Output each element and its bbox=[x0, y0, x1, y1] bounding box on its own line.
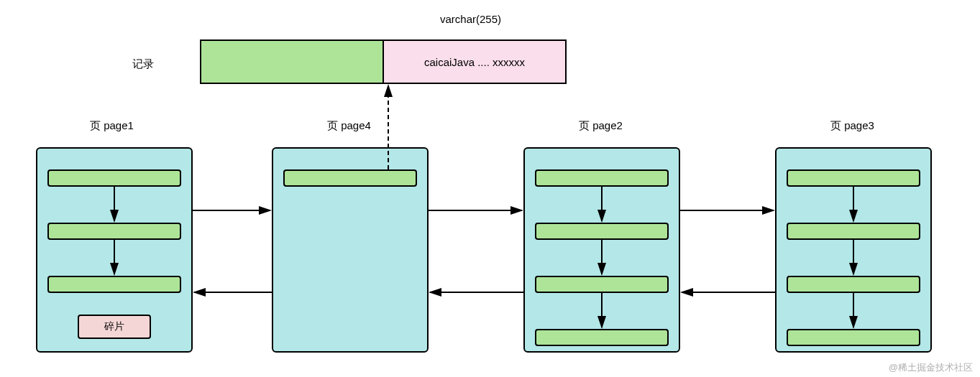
page3-title: 页 page3 bbox=[830, 119, 874, 133]
page2-slot-1 bbox=[535, 169, 669, 187]
record-block-right: caicaiJava .... xxxxxx bbox=[383, 39, 567, 84]
page3-slot-1 bbox=[787, 169, 920, 187]
record-value-text: caicaiJava .... xxxxxx bbox=[424, 56, 525, 68]
page1-title: 页 page1 bbox=[90, 119, 134, 133]
page1-slot-2 bbox=[47, 223, 181, 240]
page1-fragment-label: 碎片 bbox=[104, 320, 124, 333]
page2-slot-3 bbox=[535, 276, 669, 293]
page3-slot-3 bbox=[787, 276, 920, 293]
page4-slot-1 bbox=[283, 169, 417, 187]
page2-title: 页 page2 bbox=[579, 119, 623, 133]
watermark: @稀土掘金技术社区 bbox=[889, 361, 973, 374]
record-block-left bbox=[200, 39, 383, 84]
varchar-label: varchar(255) bbox=[440, 13, 501, 25]
page2-slot-4 bbox=[535, 329, 669, 346]
page1-slot-3 bbox=[47, 276, 181, 293]
page4-title: 页 page4 bbox=[327, 119, 371, 133]
record-label: 记录 bbox=[132, 57, 154, 71]
page1-fragment: 碎片 bbox=[78, 315, 151, 339]
page1-slot-1 bbox=[47, 169, 181, 187]
page2-slot-2 bbox=[535, 223, 669, 240]
page3-slot-2 bbox=[787, 223, 920, 240]
page3-slot-4 bbox=[787, 329, 920, 346]
